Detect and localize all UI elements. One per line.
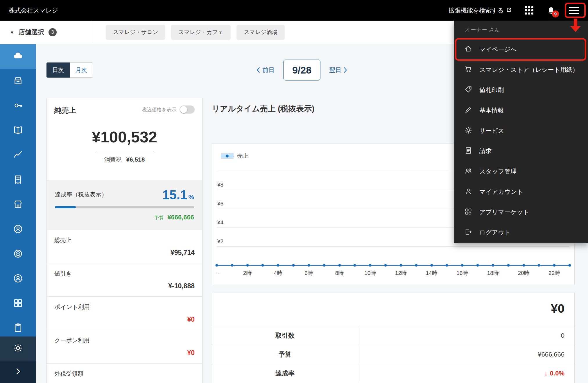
menu-item-home[interactable]: マイページへ xyxy=(454,39,588,60)
realtime-summary-table: 取引数0予算¥666,666達成率↓0.0% xyxy=(212,326,574,383)
summary-label: 予算 xyxy=(212,345,358,364)
x-axis-label: 6時 xyxy=(304,269,313,277)
home-icon xyxy=(464,45,472,54)
data-point xyxy=(476,264,479,267)
sidebar-expand-button[interactable] xyxy=(0,361,36,383)
menu-item-cart[interactable]: スマレジ・ストア（レシート用紙） xyxy=(454,60,588,80)
breakdown-row: クーポン利用¥0 xyxy=(47,330,202,363)
x-axis-label: 18時 xyxy=(487,269,499,277)
menu-item-gear[interactable]: サービス xyxy=(454,121,588,141)
sidebar-item-chart[interactable] xyxy=(0,143,36,168)
achievement-progress-bar xyxy=(55,206,194,208)
menu-item-label: スタッフ管理 xyxy=(479,167,517,176)
cloud-icon xyxy=(13,51,23,62)
data-point xyxy=(461,264,464,267)
staff-circle-icon xyxy=(13,273,23,285)
store-chip[interactable]: スマレジ酒場 xyxy=(236,25,285,40)
arrow-down-icon: ↓ xyxy=(544,370,548,377)
sidebar-item-receipt[interactable] xyxy=(0,168,36,192)
data-point xyxy=(553,264,556,267)
menu-item-price-tag[interactable]: 値札印刷 xyxy=(454,80,588,100)
breakdown-row: ポイント利用¥0 xyxy=(47,296,202,330)
topbar: 株式会社スマレジ 拡張機能を検索する 9 xyxy=(0,0,588,21)
consumption-tax: 消費税 ¥6,518 xyxy=(96,152,154,164)
sidebar-item-staff-circle[interactable] xyxy=(0,266,36,291)
sidebar-item-layout[interactable] xyxy=(0,291,36,316)
prev-day-button[interactable]: 前日 xyxy=(256,66,275,74)
sidebar-items xyxy=(0,44,36,341)
account-icon xyxy=(464,187,472,197)
store-selector[interactable]: ▼ 店舗選択 3 xyxy=(0,21,93,44)
period-toggle: 日次 月次 xyxy=(46,62,93,78)
data-point xyxy=(246,264,249,267)
app-market-icon xyxy=(464,207,472,217)
data-point xyxy=(354,264,356,267)
extension-search-link[interactable]: 拡張機能を検索する xyxy=(449,6,512,15)
chart-icon xyxy=(13,150,23,161)
realtime-summary-card: ¥0 取引数0予算¥666,666達成率↓0.0% xyxy=(212,293,575,383)
sidebar-item-register[interactable] xyxy=(0,69,36,94)
data-point xyxy=(446,264,448,267)
date-display[interactable]: 9/28 xyxy=(283,60,320,80)
chevron-right-icon xyxy=(14,367,22,377)
budget-amount: ¥666,666 xyxy=(167,214,194,221)
data-point xyxy=(522,264,525,267)
sidebar-item-key[interactable] xyxy=(0,94,36,118)
menu-greeting: オーナー さん xyxy=(454,21,588,39)
x-axis-label: 10時 xyxy=(364,269,376,277)
menu-item-logout[interactable]: ログアウト xyxy=(454,222,588,243)
sidebar-item-store[interactable] xyxy=(0,192,36,217)
breakdown-value: ¥95,714 xyxy=(171,249,195,257)
data-point xyxy=(399,264,402,267)
hamburger-menu-icon[interactable] xyxy=(569,7,579,14)
menu-item-pencil[interactable]: 基本情報 xyxy=(454,100,588,121)
sidebar-item-cloud[interactable] xyxy=(0,44,36,69)
sidebar-item-target[interactable] xyxy=(0,242,36,266)
breakdown-row: 総売上¥95,714 xyxy=(47,230,202,263)
menu-item-invoice[interactable]: 請求 xyxy=(454,141,588,161)
sidebar xyxy=(0,44,36,383)
data-point xyxy=(323,264,325,267)
invoice-icon xyxy=(464,146,472,156)
gridline xyxy=(217,246,570,247)
x-axis-label: 12時 xyxy=(395,269,407,277)
daily-tab[interactable]: 日次 xyxy=(46,62,70,78)
data-point xyxy=(216,264,218,267)
sidebar-item-settings[interactable] xyxy=(0,337,36,361)
monthly-tab[interactable]: 月次 xyxy=(70,62,93,78)
notifications-button[interactable]: 9 xyxy=(547,6,555,15)
store-chip[interactable]: スマレジ・カフェ xyxy=(171,25,231,40)
data-point xyxy=(538,264,540,267)
staff-icon xyxy=(464,167,472,176)
x-axis-label: … xyxy=(214,269,220,276)
topbar-actions: 拡張機能を検索する 9 xyxy=(449,6,579,15)
data-point xyxy=(369,264,372,267)
apps-grid-icon[interactable] xyxy=(525,6,533,15)
next-day-button[interactable]: 翌日 xyxy=(329,66,347,74)
sidebar-item-customer[interactable] xyxy=(0,217,36,242)
tax-display-toggle[interactable] xyxy=(180,105,195,114)
layout-icon xyxy=(13,298,23,309)
x-axis-label: 4時 xyxy=(274,269,283,277)
receipt-icon xyxy=(13,174,23,186)
smaregi-dashboard: 株式会社スマレジ 拡張機能を検索する 9 ▼ 店舗選択 3 スマレジ・サロンスマ… xyxy=(0,0,588,383)
net-sales-amount: ¥100,532 xyxy=(47,128,202,146)
achievement-label: 達成率（税抜表示） xyxy=(55,191,107,201)
menu-item-label: スマレジ・ストア（レシート用紙） xyxy=(479,66,578,74)
realtime-total: ¥0 xyxy=(212,293,574,326)
price-tag-icon xyxy=(464,85,472,95)
x-axis-label: 14時 xyxy=(426,269,437,277)
sidebar-item-book[interactable] xyxy=(0,118,36,143)
store-chip[interactable]: スマレジ・サロン xyxy=(106,25,165,40)
target-icon xyxy=(13,248,23,260)
data-point xyxy=(492,264,494,267)
data-point xyxy=(338,264,341,267)
menu-item-staff[interactable]: スタッフ管理 xyxy=(454,161,588,182)
menu-item-account[interactable]: マイアカウント xyxy=(454,182,588,202)
achievement-block: 達成率（税抜表示） 15.1% 予算 ¥666,666 xyxy=(47,180,202,230)
menu-item-app-market[interactable]: アプリマーケット xyxy=(454,202,588,222)
breakdown-label: ポイント利用 xyxy=(54,303,195,311)
consumption-tax-label: 消費税 xyxy=(104,156,122,163)
key-icon xyxy=(13,100,23,112)
consumption-tax-amount: ¥6,518 xyxy=(126,156,145,163)
